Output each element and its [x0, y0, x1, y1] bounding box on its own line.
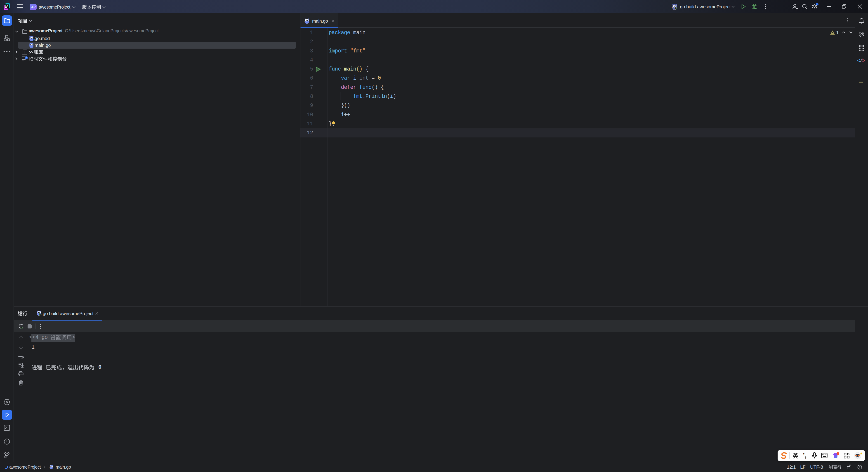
svg-text:GO: GO — [5, 5, 8, 7]
